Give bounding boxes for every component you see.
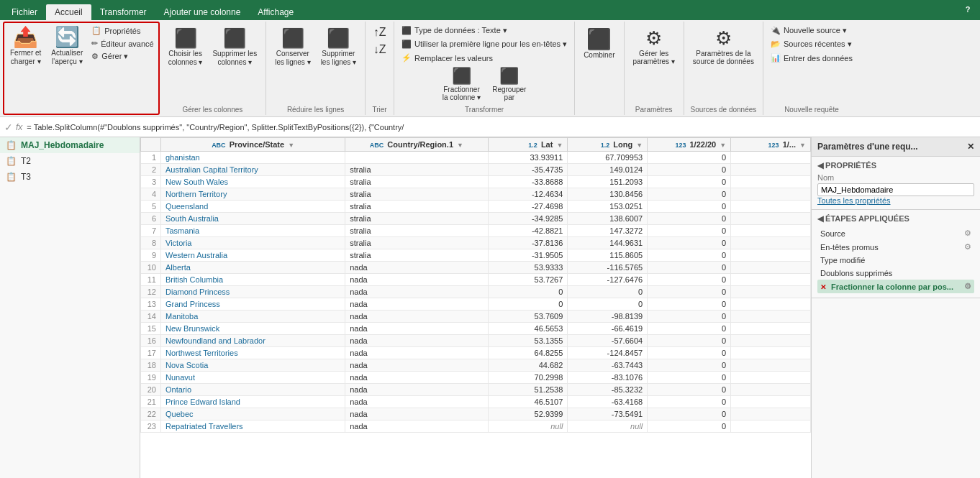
step-item-type-modifie[interactable]: Type modifié xyxy=(817,254,974,267)
ribbon-group-combiner: ⬛ Combiner xyxy=(575,22,624,115)
regrouper-label: Regrouperpar xyxy=(492,86,526,101)
gerer-button[interactable]: ⚙ Gérer ▾ xyxy=(89,50,156,63)
tab-affichage[interactable]: Affichage xyxy=(249,4,302,20)
sidebar-maj-label: MAJ_Hebdomadaire xyxy=(21,140,104,150)
step-item-fractionner-col[interactable]: ✕ Fractionner la colonne par pos... ⚙ xyxy=(817,280,974,293)
col-header-lat[interactable]: 1.2 Lat ▼ xyxy=(488,138,568,152)
cell-long: 0 xyxy=(568,286,648,298)
cell-lat: 70.2998 xyxy=(488,372,568,384)
tab-accueil[interactable]: Accueil xyxy=(46,4,91,20)
step-item-entetes[interactable]: En-têtes promus ⚙ xyxy=(817,240,974,254)
col-header-country[interactable]: ABC Country/Region.1 ▼ xyxy=(345,138,488,152)
cell-date2 xyxy=(731,396,811,408)
cell-country: nada xyxy=(345,359,488,372)
nom-input[interactable] xyxy=(817,183,974,196)
conserver-lignes-button[interactable]: ⬛ Conserverles lignes ▾ xyxy=(271,24,314,70)
table-row: 6 South Australia stralia -34.9285 138.6… xyxy=(141,213,811,225)
cell-date2 xyxy=(731,420,811,433)
formula-check[interactable]: ✓ xyxy=(4,121,13,133)
fermer-charger-button[interactable]: 📤 Fermer etcharger ▾ xyxy=(6,24,45,69)
sources-recentes-label: Sources récentes ▾ xyxy=(784,40,852,49)
regrouper-button[interactable]: ⬛ Regrouperpar xyxy=(488,64,530,104)
col-header-date1[interactable]: 123 1/22/20 ▼ xyxy=(648,138,731,152)
cell-long: 138.6007 xyxy=(568,213,648,225)
supprimer-colonnes-button[interactable]: ⬛ Supprimer lescolonnes ▾ xyxy=(208,24,261,70)
supprimer-lignes-button[interactable]: ⬛ Supprimerles lignes ▾ xyxy=(317,24,360,70)
cell-province: Diamond Princess xyxy=(161,286,345,298)
cell-province: Quebec xyxy=(161,408,345,420)
remplacer-valeurs-button[interactable]: ⚡ Remplacer les valeurs xyxy=(399,52,496,64)
cell-country: nada xyxy=(345,286,488,298)
fractionner-button[interactable]: ⬛ Fractionnerla colonne ▾ xyxy=(438,64,485,104)
cell-long: 115.8605 xyxy=(568,249,648,262)
type-donnees-button[interactable]: ⬛ Type de données : Texte ▾ xyxy=(399,24,510,37)
step-gear-icon[interactable]: ⚙ xyxy=(964,282,971,291)
tab-ajouter-colonne[interactable]: Ajouter une colonne xyxy=(155,4,250,20)
cell-province: South Australia xyxy=(161,213,345,225)
cell-province: Northern Territory xyxy=(161,188,345,201)
tab-fichier[interactable]: Fichier xyxy=(3,4,46,20)
cell-date1: 0 xyxy=(648,213,731,225)
table-row: 1 ghanistan 33.93911 67.709953 0 xyxy=(141,152,811,164)
utiliser-premiere-button[interactable]: ⬛ Utiliser la première ligne pour les en… xyxy=(399,38,570,50)
nouvelle-source-button[interactable]: 🔌 Nouvelle source ▾ xyxy=(768,24,850,37)
editeur-avance-button[interactable]: ✏ Éditeur avancé xyxy=(89,37,156,50)
sidebar-t3-label: T3 xyxy=(21,172,31,182)
sort-za-button[interactable]: ↓Z xyxy=(371,42,389,58)
cell-province: Repatriated Travellers xyxy=(161,420,345,433)
tab-transformer[interactable]: Transformer xyxy=(91,4,155,20)
supprimer-col-icon: ⬛ xyxy=(223,27,246,50)
sidebar-table-icon: 📋 xyxy=(6,140,17,150)
sort-az-button[interactable]: ↑Z xyxy=(371,24,389,40)
props-close-button[interactable]: ✕ xyxy=(967,142,974,152)
toutes-props-link[interactable]: Toutes les propriétés xyxy=(817,196,974,205)
ribbon-group-sources: ⚙ Paramètres de lasource de données Sour… xyxy=(684,22,763,115)
row-number: 10 xyxy=(141,262,161,274)
data-area[interactable]: ABC Province/State ▼ ABC Country/Region.… xyxy=(140,137,811,478)
col-header-date2[interactable]: 123 1/... ▼ xyxy=(731,138,811,152)
cell-country: nada xyxy=(345,274,488,286)
step-item-doublons[interactable]: Doublons supprimés xyxy=(817,267,974,280)
choisir-colonnes-button[interactable]: ⬛ Choisir lescolonnes ▾ xyxy=(164,24,207,70)
utiliser-icon: ⬛ xyxy=(401,40,412,49)
cell-long: -127.6476 xyxy=(568,274,648,286)
proprietes-button[interactable]: 📋 Propriétés xyxy=(89,24,156,37)
col-header-province[interactable]: ABC Province/State ▼ xyxy=(161,138,345,152)
entrer-donnees-icon: 📊 xyxy=(771,53,781,63)
conserver-label: Conserverles lignes ▾ xyxy=(275,50,310,67)
actualiser-button[interactable]: 🔄 Actualiserl'aperçu ▾ xyxy=(47,24,87,69)
step-gear-icon[interactable]: ⚙ xyxy=(964,229,971,238)
ribbon-group-fermer: 📤 Fermer etcharger ▾ 🔄 Actualiserl'aperç… xyxy=(3,22,160,115)
cell-lat: -31.9505 xyxy=(488,249,568,262)
params-source-button[interactable]: ⚙ Paramètres de lasource de données xyxy=(689,24,758,68)
cell-province: New South Wales xyxy=(161,176,345,188)
row-number: 11 xyxy=(141,274,161,286)
entrer-donnees-button[interactable]: 📊 Entrer des données xyxy=(768,52,856,64)
col-header-long[interactable]: 1.2 Long ▼ xyxy=(568,138,648,152)
cell-long: -98.8139 xyxy=(568,311,648,323)
row-number: 17 xyxy=(141,347,161,359)
type-donnees-icon: ⬛ xyxy=(401,26,412,35)
gerer-params-button[interactable]: ⚙ Gérer lesparamètres ▾ xyxy=(629,24,679,68)
step-gear-icon[interactable]: ⚙ xyxy=(964,242,971,252)
cell-date2 xyxy=(731,335,811,347)
sources-recentes-button[interactable]: 📂 Sources récentes ▾ xyxy=(768,38,855,50)
formula-input[interactable] xyxy=(27,123,976,132)
properties-panel: Paramètres d'une requ... ✕ ◀ PROPRIÉTÉS … xyxy=(811,137,980,478)
proprietes-section-title: ◀ PROPRIÉTÉS xyxy=(817,161,974,170)
sidebar-item-t3[interactable]: 📋 T3 xyxy=(0,169,140,185)
step-item-source[interactable]: Source ⚙ xyxy=(817,226,974,240)
cell-date2 xyxy=(731,249,811,262)
nom-label: Nom xyxy=(817,173,974,182)
supprimer-col-label: Supprimer lescolonnes ▾ xyxy=(212,50,257,67)
table-row: 22 Quebec nada 52.9399 -73.5491 0 xyxy=(141,408,811,420)
sidebar-item-t2[interactable]: 📋 T2 xyxy=(0,153,140,169)
cell-province: Nunavut xyxy=(161,372,345,384)
table-row: 19 Nunavut nada 70.2998 -83.1076 0 xyxy=(141,372,811,384)
row-number: 3 xyxy=(141,176,161,188)
trier-group-label: Trier xyxy=(373,104,387,114)
combiner-button[interactable]: ⬛ Combiner xyxy=(579,24,619,62)
help-button[interactable]: ? xyxy=(961,3,974,16)
cell-country: nada xyxy=(345,347,488,359)
sidebar-item-maj[interactable]: 📋 MAJ_Hebdomadaire xyxy=(0,137,140,153)
